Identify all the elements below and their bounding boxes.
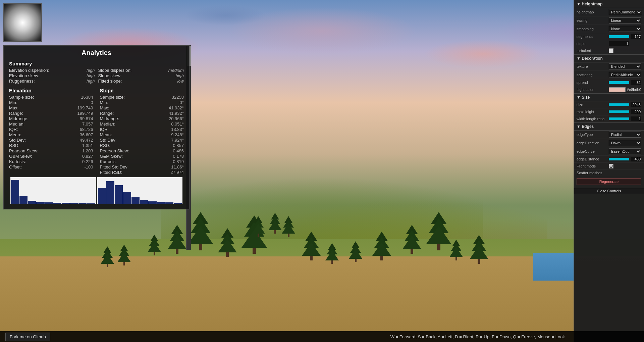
turbulent-label: turbulent [577, 49, 607, 53]
segments-value[interactable] [631, 34, 641, 39]
elev-pearson-skew: Pearson Skew: 1.203 [9, 148, 93, 153]
slope-min: Min: 0° [100, 100, 184, 105]
texture-select[interactable]: Blended [609, 63, 641, 69]
decoration-section-header[interactable]: ▼ Decoration [574, 54, 644, 62]
spread-row: spread [574, 79, 644, 86]
slope-fitted-rsd: Fitted RSD: 27.974 [100, 170, 184, 175]
edge-direction-row: edgeDirection Down [574, 139, 644, 147]
size-section-header[interactable]: ▼ Size [574, 93, 644, 101]
elev-std-dev: Std Dev: 49.472 [9, 138, 93, 143]
stats-columns: Elevation Sample size: 16384 Min: 0 Max:… [9, 88, 184, 175]
spread-slider[interactable] [609, 81, 629, 84]
segments-row: segments [574, 33, 644, 40]
heightmap-section: ▼ Heightmap heightmap PerlinDiamond easi… [574, 0, 644, 54]
regenerate-row: Regenerate [574, 176, 644, 187]
edge-direction-label: edgeDirection [577, 141, 607, 145]
bottom-bar: Fork me on Github W = Forward, S = Back,… [0, 331, 644, 342]
slope-rsd: RSD: 0.857 [100, 143, 184, 148]
size-section: ▼ Size size maxHeight width:length ratio [574, 93, 644, 123]
slope-gm-skew: G&M Skew: 0.178 [100, 154, 184, 159]
light-color-value: #e8bdb0 [627, 88, 641, 92]
elev-sample-size: Sample size: 16384 [9, 95, 93, 100]
elevation-chart [10, 177, 96, 204]
edge-distance-slider[interactable] [609, 158, 629, 160]
elev-max: Max: 199.749 [9, 105, 93, 110]
slope-chart [97, 177, 183, 204]
slope-mean: Mean: 9.248° [100, 132, 184, 137]
width-length-slider[interactable] [609, 117, 629, 120]
right-panel: ▼ Heightmap heightmap PerlinDiamond easi… [574, 0, 644, 342]
slope-column: Slope Sample size: 32258 Min: 0° Max: 41… [100, 88, 184, 175]
elev-median: Median: 7.057 [9, 121, 93, 127]
width-length-value[interactable] [631, 116, 641, 121]
heightmap-section-header[interactable]: ▼ Heightmap [574, 0, 644, 8]
texture-row: texture Blended [574, 62, 644, 71]
light-color-swatch[interactable] [609, 87, 626, 92]
light-color-row: Light color #e8bdb0 [574, 86, 644, 93]
texture-label: texture [577, 64, 607, 68]
slope-pearson-skew: Pearson Skew: 0.486 [100, 148, 184, 153]
width-length-row: width:length ratio [574, 115, 644, 123]
easing-select[interactable]: Linear [609, 17, 641, 23]
light-color-label: Light color [577, 88, 607, 92]
elev-range: Range: 199.749 [9, 111, 93, 116]
edge-distance-row: edgeDistance [574, 156, 644, 163]
elev-gm-skew: G&M Skew: 0.827 [9, 154, 93, 159]
elev-min: Min: 0 [9, 100, 93, 105]
steps-label: steps [577, 42, 607, 46]
max-height-slider[interactable] [609, 110, 629, 113]
max-height-value[interactable] [631, 109, 641, 114]
charts-area [9, 177, 184, 206]
elev-mean: Mean: 36.607 [9, 132, 93, 137]
scatter-meshes-row: Scatter meshes [574, 170, 644, 176]
elev-kurtosis: Kurtosis: 0.226 [9, 159, 93, 164]
close-controls-button[interactable]: Close Controls [574, 188, 644, 194]
slope-std-dev: Std Dev: 7.924° [100, 138, 184, 143]
close-controls-row: Close Controls [574, 187, 644, 195]
spread-value[interactable] [631, 80, 641, 85]
heightmap-row: heightmap PerlinDiamond [574, 8, 644, 16]
scatter-meshes-label: Scatter meshes [577, 171, 607, 175]
keybindings-text: W = Forward, S = Back, A = Left, D = Rig… [390, 334, 565, 339]
edge-distance-value[interactable] [631, 157, 641, 161]
summary-grid: Elevation dispersion: high Slope dispers… [9, 68, 184, 84]
slope-midrange: Midrange: 20.966° [100, 116, 184, 121]
smoothing-select[interactable]: None [609, 26, 641, 32]
heightmap-label: heightmap [577, 10, 607, 14]
size-row: size [574, 101, 644, 108]
edge-type-row: edgeType Radial [574, 131, 644, 139]
easing-row: easing Linear [574, 16, 644, 25]
size-label: size [577, 103, 607, 107]
fork-github-button[interactable]: Fork me on Github [5, 333, 50, 341]
edge-curve-row: edgeCurve EaseInOut [574, 147, 644, 156]
size-value[interactable] [631, 102, 641, 107]
segments-slider[interactable] [609, 35, 629, 38]
edge-distance-label: edgeDistance [577, 157, 607, 161]
steps-value[interactable] [609, 41, 629, 46]
heightmap-select[interactable]: PerlinDiamond [609, 9, 642, 15]
regenerate-button[interactable]: Regenerate [577, 178, 641, 185]
edge-direction-select[interactable]: Down [609, 140, 641, 146]
size-slider[interactable] [609, 103, 629, 106]
water [533, 253, 574, 281]
easing-label: easing [577, 18, 607, 22]
edge-type-select[interactable]: Radial [609, 132, 641, 138]
scattering-select[interactable]: PerlinAltitude [609, 72, 641, 78]
slope-median: Median: 8.051° [100, 121, 184, 127]
slope-sample-size: Sample size: 32258 [100, 95, 184, 100]
decoration-section: ▼ Decoration texture Blended scattering … [574, 54, 644, 93]
elev-offset: Offset: -100 [9, 164, 93, 169]
slope-kurtosis: Kurtosis: -0.819 [100, 159, 184, 164]
flight-mode-checkbox[interactable] [609, 164, 613, 168]
elevation-column: Elevation Sample size: 16384 Min: 0 Max:… [9, 88, 93, 175]
edge-curve-select[interactable]: EaseInOut [609, 148, 641, 154]
scattering-label: scattering [577, 73, 607, 77]
smoothing-label: smoothing [577, 27, 607, 31]
edges-section-header[interactable]: ▼ Edges [574, 123, 644, 131]
smoothing-row: smoothing None [574, 25, 644, 33]
slope-iqr: IQR: 13.83° [100, 127, 184, 132]
spread-label: spread [577, 81, 607, 85]
width-length-label: width:length ratio [577, 117, 607, 121]
summary-item-fitted-slope: Fitted slope: low [98, 79, 184, 84]
turbulent-checkbox[interactable] [609, 48, 613, 53]
